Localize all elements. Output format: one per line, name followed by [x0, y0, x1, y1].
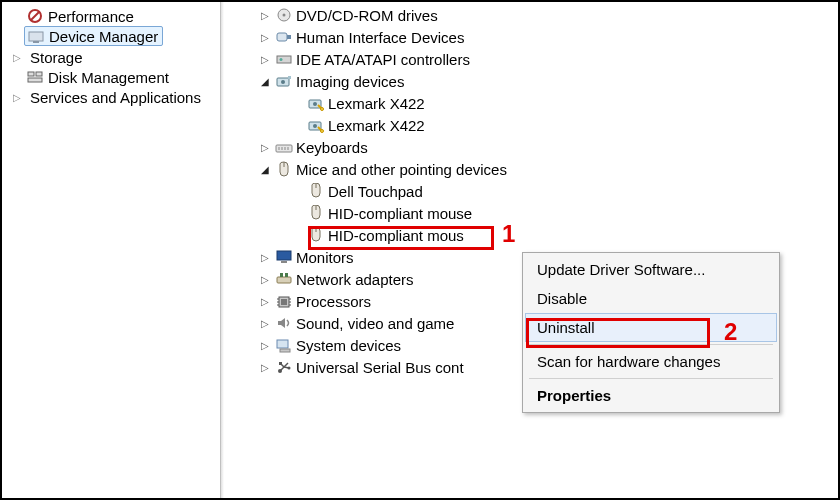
- tree-item-lexmark2[interactable]: Lexmark X422: [306, 114, 838, 136]
- svg-point-18: [321, 108, 324, 111]
- chevron-right-icon: ▷: [258, 272, 272, 286]
- chevron-right-icon: ▷: [258, 30, 272, 44]
- chevron-right-icon: ▷: [258, 140, 272, 154]
- disk-management-icon: [26, 68, 44, 86]
- chevron-down-icon: ◢: [258, 162, 272, 176]
- ctx-disable[interactable]: Disable: [525, 284, 777, 313]
- nav-label: Storage: [30, 49, 83, 66]
- tree-label: Monitors: [296, 249, 354, 266]
- tree-label: DVD/CD-ROM drives: [296, 7, 438, 24]
- system-icon: [274, 336, 294, 354]
- tree-item-dvd[interactable]: ▷ DVD/CD-ROM drives: [258, 4, 838, 26]
- mouse-icon: [274, 160, 294, 178]
- tree-item-mice[interactable]: ◢ Mice and other pointing devices: [258, 158, 838, 180]
- svg-rect-11: [277, 56, 291, 63]
- menu-separator: [529, 378, 773, 379]
- device-manager-icon: [27, 27, 45, 45]
- device-tree: ▷ DVD/CD-ROM drives ▷ Human Interface De…: [222, 2, 838, 498]
- ctx-update-driver[interactable]: Update Driver Software...: [525, 255, 777, 284]
- nav-storage[interactable]: ▷ Storage: [6, 47, 221, 67]
- network-icon: [274, 270, 294, 288]
- svg-rect-44: [277, 340, 288, 348]
- nav-label: Disk Management: [48, 69, 169, 86]
- svg-rect-37: [281, 299, 287, 305]
- chevron-right-icon: ▷: [258, 250, 272, 264]
- svg-rect-32: [281, 261, 287, 263]
- svg-line-1: [31, 12, 39, 20]
- context-menu: Update Driver Software... Disable Uninst…: [522, 252, 780, 413]
- nav-label: Performance: [48, 8, 134, 25]
- annotation-number-1: 1: [502, 220, 515, 248]
- keyboard-icon: [274, 138, 294, 156]
- mouse-icon: [306, 204, 326, 222]
- svg-point-20: [313, 124, 317, 128]
- performance-icon: [26, 7, 44, 25]
- svg-point-12: [280, 58, 283, 61]
- tree-item-ide[interactable]: ▷ IDE ATA/ATAPI controllers: [258, 48, 838, 70]
- svg-rect-10: [287, 35, 291, 39]
- chevron-right-icon: ▷: [258, 316, 272, 330]
- tree-item-hid[interactable]: ▷ Human Interface Devices: [258, 26, 838, 48]
- nav-services[interactable]: ▷ Services and Applications: [6, 87, 221, 107]
- annotation-number-2: 2: [724, 318, 737, 346]
- tree-label: Mice and other pointing devices: [296, 161, 507, 178]
- nav-label: Services and Applications: [30, 89, 201, 106]
- chevron-right-icon: ▷: [258, 338, 272, 352]
- svg-point-51: [288, 367, 291, 370]
- chevron-right-icon: ▷: [258, 52, 272, 66]
- tree-label: Lexmark X422: [328, 117, 425, 134]
- tree-item-touchpad[interactable]: Dell Touchpad: [306, 180, 838, 202]
- nav-disk-management[interactable]: Disk Management: [24, 67, 221, 87]
- svg-rect-34: [280, 273, 283, 277]
- ctx-properties[interactable]: Properties: [525, 381, 777, 410]
- left-nav: Performance Device Manager ▷ Storage Dis…: [2, 2, 222, 498]
- tree-item-lexmark1[interactable]: Lexmark X422: [306, 92, 838, 114]
- tree-label: Sound, video and game: [296, 315, 454, 332]
- svg-rect-9: [277, 33, 287, 41]
- chevron-right-icon: ▷: [8, 88, 26, 106]
- svg-point-14: [281, 80, 285, 84]
- chevron-right-icon: ▷: [258, 8, 272, 22]
- tree-label: Network adapters: [296, 271, 414, 288]
- mouse-icon: [306, 182, 326, 200]
- tree-item-keyboards[interactable]: ▷ Keyboards: [258, 136, 838, 158]
- imaging-icon: [306, 116, 326, 134]
- tree-label: Imaging devices: [296, 73, 404, 90]
- nav-device-manager[interactable]: Device Manager: [24, 26, 163, 46]
- usb-icon: [274, 358, 294, 376]
- svg-rect-2: [29, 32, 43, 41]
- svg-point-8: [283, 14, 286, 17]
- dvd-icon: [274, 6, 294, 24]
- chevron-right-icon: ▷: [8, 48, 26, 66]
- ctx-scan-hardware[interactable]: Scan for hardware changes: [525, 347, 777, 376]
- nav-performance[interactable]: Performance: [24, 6, 221, 26]
- ide-icon: [274, 50, 294, 68]
- monitor-icon: [274, 248, 294, 266]
- svg-rect-45: [280, 349, 290, 352]
- tree-item-hid-mouse1[interactable]: HID-compliant mouse: [306, 202, 838, 224]
- chevron-right-icon: ▷: [258, 360, 272, 374]
- tree-label: Dell Touchpad: [328, 183, 423, 200]
- svg-point-17: [313, 102, 317, 106]
- processor-icon: [274, 292, 294, 310]
- tree-label: Processors: [296, 293, 371, 310]
- imaging-icon: [274, 72, 294, 90]
- tree-label: HID-compliant mouse: [328, 205, 472, 222]
- tree-label: Lexmark X422: [328, 95, 425, 112]
- tree-item-hid-mouse2[interactable]: HID-compliant mous: [306, 224, 838, 246]
- svg-rect-3: [33, 41, 39, 43]
- tree-label: Human Interface Devices: [296, 29, 464, 46]
- ctx-uninstall[interactable]: Uninstall: [525, 313, 777, 342]
- mouse-icon: [306, 226, 326, 244]
- tree-item-imaging[interactable]: ◢ Imaging devices: [258, 70, 838, 92]
- tree-label: Universal Serial Bus cont: [296, 359, 464, 376]
- hid-icon: [274, 28, 294, 46]
- svg-point-21: [321, 130, 324, 133]
- svg-rect-6: [28, 78, 42, 82]
- svg-rect-22: [276, 145, 292, 152]
- svg-rect-33: [277, 277, 291, 283]
- tree-label: HID-compliant mous: [328, 227, 464, 244]
- tree-label: Keyboards: [296, 139, 368, 156]
- svg-rect-35: [285, 273, 288, 277]
- tree-label: IDE ATA/ATAPI controllers: [296, 51, 470, 68]
